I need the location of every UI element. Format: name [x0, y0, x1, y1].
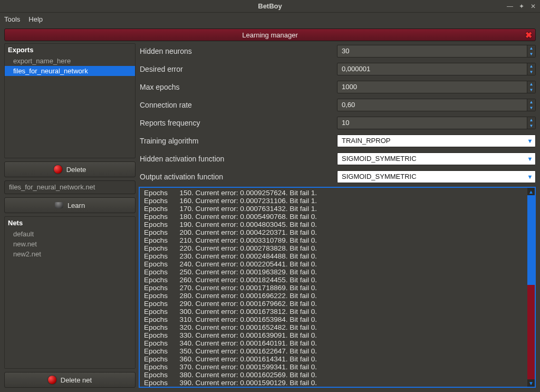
- log-line: Epochs 320. Current error: 0.0001652482.…: [144, 323, 523, 331]
- net-item[interactable]: default: [5, 229, 135, 239]
- pot-icon: [55, 202, 63, 208]
- window-title: BetBoy: [258, 2, 282, 10]
- menu-help[interactable]: Help: [28, 15, 43, 23]
- label-output-activation: Output activation function: [139, 173, 337, 181]
- nets-heading: Nets: [5, 217, 135, 229]
- label-training-algorithm: Training algorithm: [139, 137, 337, 145]
- input-max-epochs[interactable]: 1000▲▼: [337, 81, 536, 93]
- label-reports-frequency: Reports frequency: [139, 119, 337, 127]
- log-line: Epochs 280. Current error: 0.0001696222.…: [144, 292, 523, 300]
- select-training-algorithm[interactable]: TRAIN_RPROP▼: [337, 135, 536, 147]
- log-line: Epochs 190. Current error: 0.0004803045.…: [144, 221, 523, 228]
- label-hidden-activation: Hidden activation function: [139, 155, 337, 163]
- net-item[interactable]: new2.net: [5, 249, 135, 259]
- chevron-down-icon: ▼: [525, 153, 535, 165]
- log-line: Epochs 210. Current error: 0.0003310789.…: [144, 236, 523, 244]
- nets-panel: Nets defaultnew.netnew2.net: [4, 216, 136, 369]
- scroll-down-icon[interactable]: ▼: [527, 379, 535, 387]
- label-max-epochs: Max epochs: [139, 83, 337, 91]
- titlebar: BetBoy — ✦ ✕: [0, 0, 540, 13]
- log-line: Epochs 360. Current error: 0.0001614341.…: [144, 355, 523, 363]
- maximize-button[interactable]: ✦: [518, 3, 525, 10]
- log-line: Epochs 300. Current error: 0.0001673812.…: [144, 308, 523, 315]
- tab-learning-manager[interactable]: Learning manager ✖: [4, 28, 536, 41]
- log-line: Epochs 350. Current error: 0.0001622647.…: [144, 347, 523, 355]
- menubar: Tools Help: [0, 13, 540, 25]
- input-connection-rate[interactable]: 0,60▲▼: [337, 99, 536, 111]
- export-item[interactable]: export_name_here: [5, 56, 135, 66]
- tab-close-icon[interactable]: ✖: [525, 30, 532, 40]
- log-line: Epochs 270. Current error: 0.0001718869.…: [144, 284, 523, 292]
- select-output-activation[interactable]: SIGMOID_SYMMETRIC▼: [337, 170, 536, 183]
- delete-button[interactable]: Delete: [4, 161, 136, 177]
- delete-net-button[interactable]: Delete net: [4, 372, 136, 388]
- log-line: Epochs 160. Current error: 0.0007231106.…: [144, 197, 523, 205]
- label-desired-error: Desired error: [139, 65, 337, 73]
- log-line: Epochs 230. Current error: 0.0002484488.…: [144, 252, 523, 260]
- log-line: Epochs 150. Current error: 0.0009257624.…: [144, 189, 523, 197]
- delete-net-icon: [48, 376, 56, 384]
- chevron-down-icon: ▼: [525, 135, 535, 147]
- tab-label: Learning manager: [242, 31, 298, 39]
- log-line: Epochs 380. Current error: 0.0001602569.…: [144, 371, 523, 379]
- label-connection-rate: Connection rate: [139, 101, 337, 109]
- menu-tools[interactable]: Tools: [4, 15, 20, 23]
- filename-field[interactable]: files_for_neural_network.net: [4, 180, 136, 194]
- exports-heading: Exports: [5, 44, 135, 56]
- select-hidden-activation[interactable]: SIGMOID_SYMMETRIC▼: [337, 152, 536, 165]
- exports-panel: Exports export_name_herefiles_for_neural…: [4, 43, 136, 158]
- log-line: Epochs 330. Current error: 0.0001639091.…: [144, 331, 523, 339]
- log-line: Epochs 260. Current error: 0.0001824455.…: [144, 276, 523, 284]
- learn-label: Learn: [68, 202, 85, 209]
- log-line: Epochs 240. Current error: 0.0002205441.…: [144, 260, 523, 268]
- chevron-down-icon: ▼: [525, 171, 535, 183]
- input-hidden-neurons[interactable]: 30▲▼: [337, 45, 536, 58]
- log-line: Epochs 310. Current error: 0.0001653984.…: [144, 315, 523, 323]
- learn-button[interactable]: Learn: [4, 197, 136, 213]
- delete-icon: [54, 165, 62, 174]
- log-line: Epochs 340. Current error: 0.0001640191.…: [144, 339, 523, 347]
- delete-net-label: Delete net: [61, 376, 92, 384]
- input-desired-error[interactable]: 0,000001▲▼: [337, 63, 536, 75]
- log-line: Epochs 390. Current error: 0.0001590129.…: [144, 379, 523, 387]
- export-item[interactable]: files_for_neural_network: [5, 66, 135, 76]
- log-line: Epochs 170. Current error: 0.0007631432.…: [144, 205, 523, 213]
- log-line: Epochs 200. Current error: 0.0004220371.…: [144, 228, 523, 236]
- net-item[interactable]: new.net: [5, 239, 135, 249]
- log-line: Epochs 370. Current error: 0.0001599341.…: [144, 363, 523, 371]
- close-button[interactable]: ✕: [529, 3, 537, 10]
- label-hidden-neurons: Hidden neurons: [139, 47, 337, 55]
- log-line: Epochs 290. Current error: 0.0001679662.…: [144, 300, 523, 308]
- log-panel: Epochs 150. Current error: 0.0009257624.…: [139, 187, 536, 388]
- scroll-up-icon[interactable]: ▲: [527, 188, 535, 195]
- log-line: Epochs 220. Current error: 0.0002783828.…: [144, 244, 523, 252]
- delete-label: Delete: [66, 166, 86, 174]
- input-reports-frequency[interactable]: 10▲▼: [337, 117, 536, 129]
- log-line: Epochs 250. Current error: 0.0001963829.…: [144, 268, 523, 276]
- minimize-button[interactable]: —: [506, 3, 514, 10]
- log-line: Epochs 180. Current error: 0.0005490768.…: [144, 213, 523, 221]
- scrollbar[interactable]: ▲ ▼: [527, 188, 535, 387]
